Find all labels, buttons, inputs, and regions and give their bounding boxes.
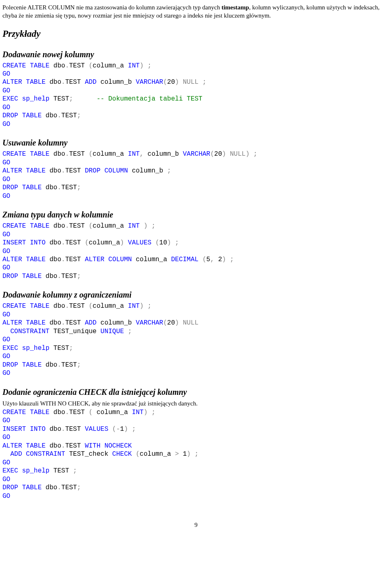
t: column_a (93, 222, 128, 230)
t: CREATE (2, 150, 26, 158)
t: ) (120, 239, 124, 246)
t: TEST (65, 425, 85, 433)
t: CREATE (2, 409, 26, 416)
t: . (65, 150, 69, 158)
t: ( (89, 62, 93, 69)
t: TABLE (22, 319, 46, 327)
t: EXEC (2, 467, 18, 475)
t: dbo (42, 361, 57, 369)
t: ; (73, 467, 77, 475)
t: GO (2, 353, 10, 360)
t: GO (2, 459, 10, 466)
t: TEST (49, 467, 73, 475)
t: VARCHAR (136, 78, 163, 86)
t: ; (69, 345, 73, 352)
t: TEST (65, 167, 85, 175)
t: TEST (61, 273, 77, 280)
t: 5 (206, 256, 210, 263)
code-block-1: CREATE TABLE dbo.TEST (column_a INT) ; G… (2, 62, 390, 129)
t: ) (140, 222, 147, 230)
t: ; (198, 78, 206, 86)
t: ) (222, 256, 226, 263)
t (2, 450, 10, 458)
t: column_a (93, 302, 128, 310)
t: column_a (93, 409, 132, 416)
t: ALTER (2, 256, 22, 263)
t: DECIMAL (171, 256, 198, 263)
t: TABLE (18, 484, 42, 491)
t: ; (77, 112, 81, 119)
t: ( (163, 78, 167, 86)
t: TABLE (18, 184, 42, 191)
t: EXEC (2, 95, 18, 103)
t: EXEC (2, 345, 18, 352)
t: TABLE (26, 62, 50, 69)
intro-text-b: timestamp (221, 4, 249, 11)
t: dbo (46, 256, 61, 263)
t: dbo (46, 425, 61, 433)
t: 20 (167, 319, 175, 327)
t: dbo (42, 484, 57, 491)
code-block-2: CREATE TABLE dbo.TEST (column_a INT, col… (2, 150, 390, 200)
t: GO (2, 434, 10, 441)
t: GO (2, 336, 10, 343)
t: ( (151, 239, 159, 246)
t: VALUES (85, 425, 109, 433)
t: INT (128, 302, 140, 310)
t: dbo (46, 78, 61, 86)
t: CREATE (2, 222, 26, 230)
t: dbo (42, 112, 57, 119)
t: 10 (159, 239, 167, 246)
t: dbo (46, 167, 61, 175)
t: VALUES (124, 239, 151, 246)
t: NULL (179, 78, 198, 86)
t: ( (85, 239, 89, 246)
t: ) (222, 150, 226, 158)
intro-paragraph: Polecenie ALTER COLUMN nie ma zastosowan… (2, 3, 390, 20)
t: ( (163, 319, 167, 327)
t: ) (140, 62, 144, 69)
t: INTO (26, 239, 46, 246)
t: TEST (65, 239, 85, 246)
t: ; (77, 273, 81, 280)
t: TEST (61, 361, 77, 369)
t: (- (108, 425, 120, 433)
t: dbo (49, 150, 65, 158)
t: column_a (132, 256, 171, 263)
t: TEST (49, 345, 69, 352)
t: WITH (85, 442, 100, 450)
t: 1 (120, 425, 124, 433)
t: . (61, 319, 65, 327)
t: ADD (10, 450, 22, 458)
t: NULL (179, 319, 198, 327)
heading-add-constraint: Dodawanie kolumny z ograniczeniami (2, 289, 390, 300)
t: ; (226, 256, 234, 263)
t: dbo (49, 409, 65, 416)
t: ; (147, 222, 155, 230)
t: ) (245, 150, 249, 158)
t: GO (2, 264, 10, 271)
t: column_b (96, 78, 136, 86)
t: GO (2, 248, 10, 255)
t: . (65, 409, 69, 416)
t: TABLE (26, 222, 50, 230)
t: GO (2, 104, 10, 111)
t: ; (147, 409, 155, 416)
t: column_a (93, 62, 128, 69)
t: ( (89, 222, 93, 230)
t: GO (2, 70, 10, 78)
t: ) (124, 425, 128, 433)
t: , (210, 256, 214, 263)
t: NOCHECK (100, 442, 132, 450)
t: GO (2, 476, 10, 483)
t: ( (132, 450, 140, 458)
t: UNIQUE (100, 328, 124, 335)
t: -- Dokumentacja tabeli TEST (96, 95, 202, 103)
t: DROP (2, 484, 18, 491)
t: DROP (85, 167, 100, 175)
t: column_a (140, 450, 175, 458)
t: ; (128, 425, 136, 433)
t: INSERT (2, 239, 26, 246)
t: TABLE (18, 361, 42, 369)
heading-check-constraint: Dodanie ograniczenia CHECK dla istniejąc… (2, 387, 390, 398)
